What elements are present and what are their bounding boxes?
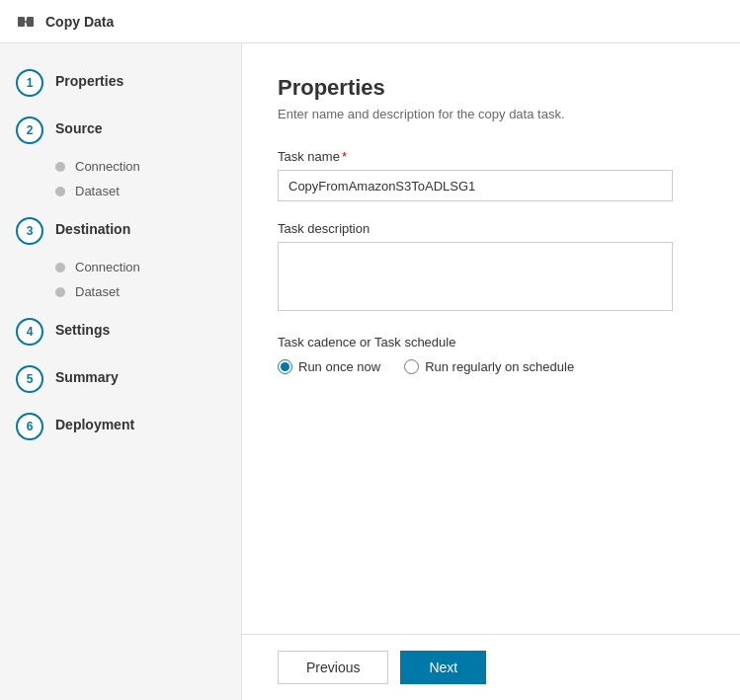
content-panel: Properties Enter name and description fo… [242,43,740,700]
source-connection-dot [55,162,65,172]
step-2-label: Source [55,117,102,136]
schedule-label: Task cadence or Task schedule [278,335,704,350]
page-title: Properties [278,75,704,101]
step-4-circle: 4 [16,318,43,346]
source-dataset-label: Dataset [75,184,120,198]
sidebar-item-properties[interactable]: 1 Properties [0,59,241,107]
sidebar: 1 Properties 2 Source Connection Dataset… [0,43,242,700]
step-1-circle: 1 [16,69,43,97]
radio-run-schedule[interactable]: Run regularly on schedule [404,359,574,374]
page-subtitle: Enter name and description for the copy … [278,107,704,121]
radio-group: Run once now Run regularly on schedule [278,359,704,374]
step-1-label: Properties [55,69,123,89]
main-layout: 1 Properties 2 Source Connection Dataset… [0,43,740,700]
sidebar-item-source[interactable]: 2 Source [0,107,241,154]
required-star: * [342,149,347,164]
next-button[interactable]: Next [400,651,486,684]
sidebar-item-destination[interactable]: 3 Destination [0,207,241,255]
sidebar-item-settings[interactable]: 4 Settings [0,308,241,355]
source-dataset-dot [55,187,65,196]
step-6-label: Deployment [55,413,134,432]
destination-dataset-dot [55,287,65,297]
content-footer: Previous Next [242,634,740,700]
step-2-circle: 2 [16,117,43,144]
sidebar-item-summary[interactable]: 5 Summary [0,355,241,403]
source-sub-items: Connection Dataset [0,154,241,207]
top-bar: Copy Data [0,0,740,43]
top-bar-title: Copy Data [45,14,114,30]
content-body: Properties Enter name and description fo… [242,43,740,634]
task-description-input[interactable] [278,242,673,311]
destination-connection-label: Connection [75,260,140,274]
destination-dataset-item[interactable]: Dataset [55,279,241,304]
task-name-input[interactable] [278,170,673,201]
schedule-group: Task cadence or Task schedule Run once n… [278,335,704,374]
destination-dataset-label: Dataset [75,284,120,299]
step-6-circle: 6 [16,413,43,440]
radio-run-once-input[interactable] [278,359,292,374]
radio-run-once-label[interactable]: Run once now [298,359,380,374]
task-name-label: Task name* [278,149,704,164]
destination-connection-item[interactable]: Connection [55,255,241,279]
step-3-label: Destination [55,217,130,237]
radio-run-schedule-label[interactable]: Run regularly on schedule [425,359,574,374]
source-connection-label: Connection [75,159,140,174]
step-5-label: Summary [55,365,119,385]
sidebar-item-deployment[interactable]: 6 Deployment [0,403,241,450]
step-3-circle: 3 [16,217,43,245]
radio-run-once[interactable]: Run once now [278,359,380,374]
copy-data-icon [16,12,36,32]
task-description-label: Task description [278,221,704,236]
task-name-group: Task name* [278,149,704,201]
radio-run-schedule-input[interactable] [404,359,419,374]
destination-sub-items: Connection Dataset [0,255,241,308]
step-4-label: Settings [55,318,110,338]
step-5-circle: 5 [16,365,43,393]
destination-connection-dot [55,263,65,272]
task-description-group: Task description [278,221,704,315]
previous-button[interactable]: Previous [278,651,388,684]
source-dataset-item[interactable]: Dataset [55,179,241,203]
source-connection-item[interactable]: Connection [55,154,241,179]
svg-rect-0 [18,17,25,27]
